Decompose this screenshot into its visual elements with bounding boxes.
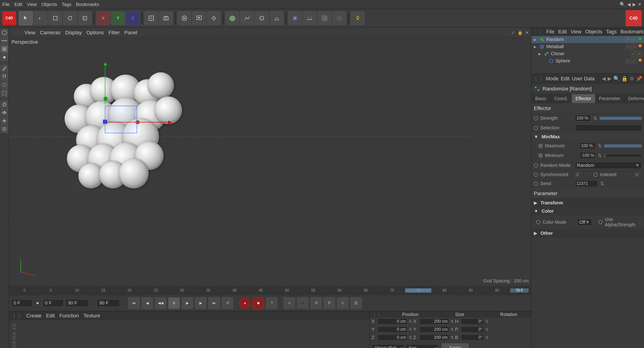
add-spline-btn[interactable] — [240, 11, 254, 25]
minimum-stepper[interactable]: ⇅ — [598, 153, 602, 158]
brush-tool[interactable] — [0, 81, 8, 89]
current-frame-display[interactable] — [43, 299, 64, 307]
tab-coord[interactable]: Coord. — [550, 94, 572, 103]
selection-tool[interactable] — [0, 89, 8, 97]
obj-item-sphere[interactable]: Sphere ✓ ✓ — [532, 57, 644, 64]
obj-menu-view[interactable]: View — [570, 29, 581, 35]
menu-file[interactable]: File — [2, 2, 10, 7]
transform-tool-btn[interactable]: T — [78, 11, 92, 25]
model-tool[interactable] — [0, 28, 8, 36]
go-to-start-btn[interactable]: ⏮ — [128, 297, 140, 309]
random-render-btn[interactable]: ✓ — [632, 37, 636, 42]
vp-close-icon[interactable]: ✕ — [525, 30, 529, 35]
maximum-stepper[interactable]: ⇅ — [598, 143, 602, 149]
menu-tags[interactable]: Tags — [62, 2, 72, 7]
render-settings-btn[interactable] — [207, 11, 221, 25]
props-menu-userdata[interactable]: User Data — [572, 76, 595, 82]
vp-menu-panel[interactable]: Panel — [124, 30, 137, 36]
current-frame-field[interactable] — [12, 299, 32, 307]
random-mode-radio[interactable] — [534, 164, 538, 168]
vp-lock-icon[interactable]: 🔒 — [518, 30, 522, 35]
play-reverse-btn[interactable]: ◀◀ — [155, 297, 166, 309]
record-btn[interactable]: ● — [239, 297, 251, 309]
rotate-tool-btn[interactable] — [63, 11, 77, 25]
tab-basic[interactable]: Basic — [532, 94, 550, 103]
pos-y-stepper[interactable]: ⇅ — [409, 327, 412, 332]
snap-tool[interactable] — [0, 117, 8, 125]
keyframe-settings-btn[interactable]: ⬛ — [297, 297, 308, 309]
sphere-render-btn[interactable]: ✓ — [632, 58, 636, 63]
light-btn[interactable] — [351, 11, 365, 25]
props-menu-edit[interactable]: Edit — [561, 76, 570, 82]
size-x-stepper[interactable]: ⇅ — [450, 319, 454, 324]
props-menu-mode[interactable]: Mode — [546, 76, 558, 82]
magnet-tool[interactable] — [0, 73, 8, 81]
edge-tool[interactable] — [0, 37, 8, 45]
pos-z-input[interactable] — [378, 335, 408, 341]
size-z-stepper[interactable]: ⇅ — [450, 335, 454, 340]
add-keyframe-btn[interactable]: + — [284, 297, 295, 309]
select-tool-btn[interactable] — [19, 11, 33, 25]
rot-b-stepper[interactable]: ⇅ — [486, 335, 488, 340]
color-mode-radio[interactable] — [536, 220, 540, 224]
vp-menu-display[interactable]: Display — [65, 30, 82, 36]
maximum-radio[interactable] — [538, 144, 542, 148]
props-search-icon[interactable]: 🔍 — [613, 76, 620, 82]
close-icon[interactable]: ✕ — [638, 1, 642, 7]
y-axis-btn[interactable]: Y — [111, 11, 125, 25]
knife-tool[interactable] — [0, 64, 8, 72]
maximize-icon[interactable]: ▶ — [632, 1, 636, 7]
use-alpha-checkbox[interactable] — [640, 220, 642, 225]
size-y-stepper[interactable]: ⇅ — [450, 327, 454, 332]
vp-menu-filter[interactable]: Filter — [108, 30, 120, 36]
search-icon[interactable]: 🔍 — [620, 1, 625, 7]
scale-tool-btn[interactable] — [48, 11, 62, 25]
bottom-menu-edit[interactable]: Edit — [46, 313, 55, 319]
obj-item-cloner[interactable]: ▶ Cloner ✓ ✓ — [532, 50, 644, 57]
viewport[interactable]: Perspective — [9, 38, 531, 286]
size-z-input[interactable] — [419, 335, 449, 341]
pos-x-stepper[interactable]: ⇅ — [409, 319, 412, 324]
view-tool[interactable] — [0, 109, 8, 117]
pos-x-input[interactable] — [378, 318, 408, 325]
rot-b-input[interactable] — [461, 335, 484, 341]
rot-h-stepper[interactable]: ⇅ — [486, 319, 488, 324]
seed-radio[interactable] — [534, 181, 538, 186]
props-settings-icon[interactable]: ⚙ — [630, 76, 634, 82]
x-axis-btn[interactable]: X — [96, 11, 110, 25]
rot-h-input[interactable] — [461, 318, 484, 325]
next-frame-btn[interactable]: ▶ — [195, 297, 206, 309]
lock-tool[interactable] — [0, 100, 8, 108]
obj-menu-edit[interactable]: Edit — [558, 29, 567, 35]
menu-bookmarks[interactable]: Bookmarks — [76, 2, 99, 7]
point-tool[interactable] — [0, 53, 8, 61]
render-btn[interactable] — [178, 11, 191, 25]
z-axis-btn[interactable]: Z — [126, 11, 140, 25]
add-primitive-btn[interactable] — [226, 11, 239, 25]
pos-y-input[interactable] — [378, 326, 408, 333]
pos-z-stepper[interactable]: ⇅ — [409, 335, 412, 340]
size-x-input[interactable] — [419, 318, 449, 325]
synchronized-checkbox[interactable] — [575, 172, 582, 177]
use-alpha-radio[interactable] — [598, 220, 602, 224]
other-triangle[interactable]: ▶ — [534, 230, 537, 236]
size-y-input[interactable] — [419, 326, 449, 333]
obj-menu-bookmarks[interactable]: Bookmarks — [620, 29, 644, 35]
go-to-end-btn[interactable]: ⏭ — [208, 297, 220, 309]
floor-btn[interactable] — [303, 11, 317, 25]
obj-menu-objects[interactable]: Objects — [585, 29, 602, 35]
timeline-dots-btn[interactable]: ⁞⁞ — [337, 297, 348, 309]
grid-snap-tool[interactable] — [0, 125, 8, 133]
timeline-sync-btn[interactable]: ↺ — [310, 297, 322, 309]
add-deformer-btn[interactable] — [270, 11, 284, 25]
transform-triangle[interactable]: ▶ — [534, 200, 537, 205]
play-btn[interactable]: ▶ — [182, 297, 193, 309]
tab-parameter[interactable]: Parameter — [595, 94, 624, 103]
minmax-triangle[interactable]: ▼ — [534, 134, 538, 140]
obj-menu-tags[interactable]: Tags — [606, 29, 616, 35]
transform-y-handle[interactable] — [104, 97, 108, 101]
rot-p-stepper[interactable]: ⇅ — [486, 327, 488, 332]
rot-p-input[interactable] — [461, 326, 484, 333]
camera-btn[interactable] — [159, 11, 173, 25]
apply-button[interactable]: Apply — [442, 344, 468, 348]
